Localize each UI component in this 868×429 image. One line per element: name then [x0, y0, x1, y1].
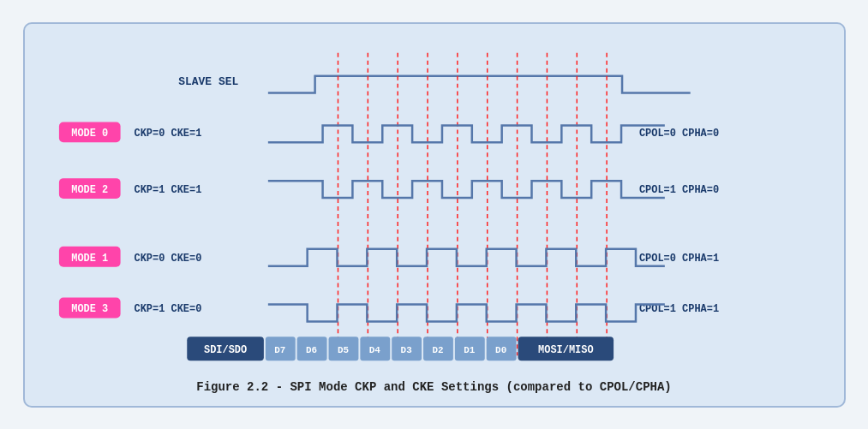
- mode3-params: CKP=1 CKE=0: [134, 303, 201, 315]
- d2-label: D2: [432, 345, 443, 355]
- mode1-cpol-cpha: CPOL=0 CPHA=1: [638, 252, 718, 264]
- diagram-area: SLAVE SEL MODE 0 CKP=0 CKE=1 CPOL=0 CPHA…: [42, 39, 827, 373]
- mode2-badge: MODE 2: [71, 184, 108, 196]
- mode0-cpol-cpha: CPOL=0 CPHA=0: [638, 128, 718, 140]
- diagram-container: SLAVE SEL MODE 0 CKP=0 CKE=1 CPOL=0 CPHA…: [23, 22, 846, 408]
- d0-label: D0: [495, 345, 506, 355]
- mode3-badge: MODE 3: [71, 303, 108, 315]
- mode1-params: CKP=0 CKE=0: [134, 252, 201, 264]
- figure-caption: Figure 2.2 - SPI Mode CKP and CKE Settin…: [42, 380, 827, 394]
- mode2-cpol-cpha: CPOL=1 CPHA=0: [638, 184, 718, 196]
- svg-rect-0: [314, 39, 621, 372]
- mode0-badge: MODE 0: [71, 128, 108, 140]
- d3-label: D3: [400, 345, 412, 355]
- d5-label: D5: [337, 345, 348, 355]
- mode2-params: CKP=1 CKE=1: [134, 184, 201, 196]
- slave-sel-label: SLAVE SEL: [178, 74, 238, 87]
- mode1-badge: MODE 1: [71, 252, 108, 264]
- mosimiso-label: MOSI/MISO: [538, 344, 593, 356]
- sdisdo-label: SDI/SDO: [203, 344, 246, 356]
- d1-label: D1: [464, 345, 476, 355]
- mode0-params: CKP=0 CKE=1: [134, 128, 201, 140]
- d7-label: D7: [274, 345, 285, 355]
- d6-label: D6: [306, 345, 317, 355]
- d4-label: D4: [368, 345, 380, 355]
